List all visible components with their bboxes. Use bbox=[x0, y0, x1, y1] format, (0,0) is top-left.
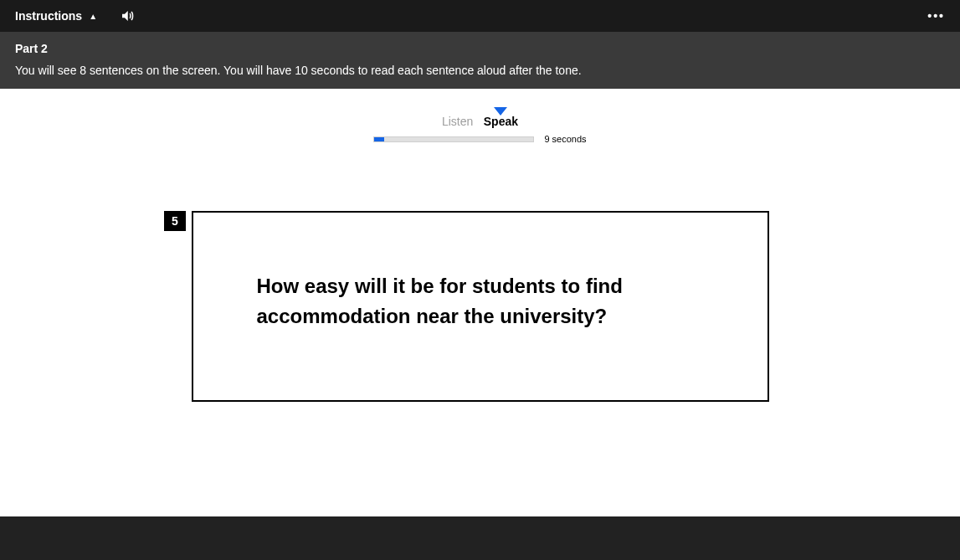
part-description: You will see 8 sentences on the screen. … bbox=[15, 64, 945, 77]
instructions-toggle[interactable]: Instructions ▲ bbox=[15, 9, 97, 23]
progress-bar bbox=[373, 136, 534, 142]
app-root: Instructions ▲ ••• Part 2 You will see 8… bbox=[0, 0, 960, 560]
question-text: How easy will it be for students to find… bbox=[257, 271, 704, 331]
instructions-label: Instructions bbox=[15, 9, 82, 23]
progress-fill bbox=[374, 137, 383, 141]
triangle-down-icon bbox=[494, 107, 507, 116]
volume-button[interactable] bbox=[119, 8, 136, 23]
question-number: 5 bbox=[164, 211, 186, 231]
more-menu[interactable]: ••• bbox=[927, 9, 945, 23]
instructions-panel: Part 2 You will see 8 sentences on the s… bbox=[0, 32, 960, 89]
progress-row: 9 seconds bbox=[0, 134, 960, 144]
footer-bar bbox=[0, 516, 960, 560]
time-remaining: 9 seconds bbox=[544, 134, 586, 144]
top-bar: Instructions ▲ ••• bbox=[0, 0, 960, 32]
question-area: 5 How easy will it be for students to fi… bbox=[0, 211, 960, 402]
question-card: How easy will it be for students to find… bbox=[192, 211, 769, 402]
volume-icon bbox=[119, 8, 136, 23]
phase-area: Listen Listen Speak 9 seconds bbox=[0, 114, 960, 144]
phase-labels: Listen Listen Speak bbox=[439, 114, 521, 129]
caret-up-icon: ▲ bbox=[89, 12, 97, 21]
phase-marker: Listen bbox=[439, 104, 521, 119]
part-title: Part 2 bbox=[15, 42, 945, 55]
